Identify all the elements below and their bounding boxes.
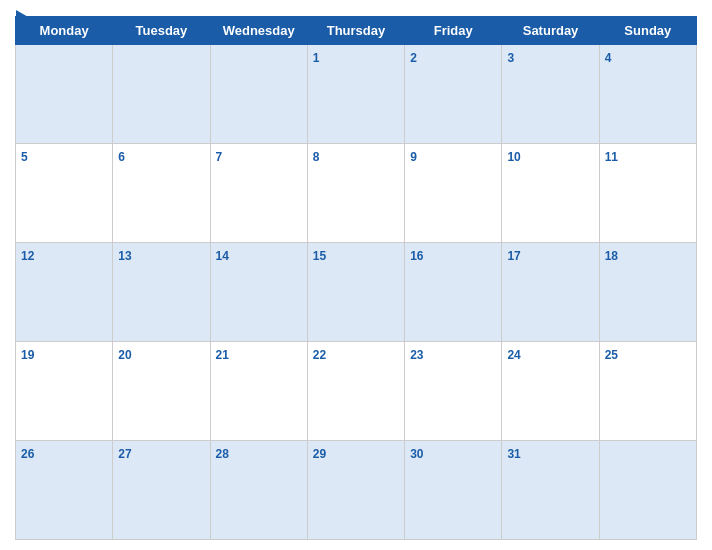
day-number: 14 [216,249,229,263]
day-number: 22 [313,348,326,362]
day-number: 16 [410,249,423,263]
calendar-cell: 29 [307,441,404,540]
day-number: 10 [507,150,520,164]
calendar-cell: 21 [210,342,307,441]
calendar-cell: 27 [113,441,210,540]
logo [15,10,30,26]
calendar-cell: 28 [210,441,307,540]
day-number: 11 [605,150,618,164]
calendar-cell [210,45,307,144]
calendar-week-3: 12131415161718 [16,243,697,342]
day-number: 19 [21,348,34,362]
calendar-cell: 19 [16,342,113,441]
calendar-cell: 22 [307,342,404,441]
calendar-cell: 17 [502,243,599,342]
weekday-friday: Friday [405,17,502,45]
day-number: 13 [118,249,131,263]
calendar-week-1: 1234 [16,45,697,144]
calendar-cell: 24 [502,342,599,441]
calendar-cell: 4 [599,45,696,144]
logo-icon [16,10,30,26]
calendar-week-5: 262728293031 [16,441,697,540]
weekday-tuesday: Tuesday [113,17,210,45]
day-number: 4 [605,51,612,65]
calendar-cell: 9 [405,144,502,243]
day-number: 21 [216,348,229,362]
day-number: 25 [605,348,618,362]
calendar-cell: 25 [599,342,696,441]
day-number: 2 [410,51,417,65]
day-number: 28 [216,447,229,461]
day-number: 24 [507,348,520,362]
calendar-cell: 10 [502,144,599,243]
day-number: 9 [410,150,417,164]
calendar-cell: 13 [113,243,210,342]
calendar-cell: 18 [599,243,696,342]
day-number: 15 [313,249,326,263]
weekday-sunday: Sunday [599,17,696,45]
calendar-cell: 15 [307,243,404,342]
day-number: 18 [605,249,618,263]
calendar-cell: 5 [16,144,113,243]
day-number: 1 [313,51,320,65]
calendar-cell: 7 [210,144,307,243]
calendar-cell: 6 [113,144,210,243]
calendar-cell: 16 [405,243,502,342]
day-number: 31 [507,447,520,461]
calendar-cell: 3 [502,45,599,144]
calendar-cell: 20 [113,342,210,441]
weekday-thursday: Thursday [307,17,404,45]
calendar-cell: 11 [599,144,696,243]
calendar-cell [599,441,696,540]
calendar-cell: 23 [405,342,502,441]
calendar-cell [16,45,113,144]
day-number: 12 [21,249,34,263]
calendar-cell [113,45,210,144]
day-number: 17 [507,249,520,263]
day-number: 29 [313,447,326,461]
day-number: 30 [410,447,423,461]
day-number: 26 [21,447,34,461]
calendar-cell: 2 [405,45,502,144]
day-number: 7 [216,150,223,164]
day-number: 27 [118,447,131,461]
calendar-cell: 30 [405,441,502,540]
calendar-week-4: 19202122232425 [16,342,697,441]
calendar-cell: 31 [502,441,599,540]
day-number: 20 [118,348,131,362]
day-number: 23 [410,348,423,362]
calendar-cell: 1 [307,45,404,144]
weekday-wednesday: Wednesday [210,17,307,45]
calendar-cell: 12 [16,243,113,342]
calendar-week-2: 567891011 [16,144,697,243]
weekday-monday: Monday [16,17,113,45]
calendar-cell: 8 [307,144,404,243]
weekday-saturday: Saturday [502,17,599,45]
weekday-header-row: MondayTuesdayWednesdayThursdayFridaySatu… [16,17,697,45]
day-number: 8 [313,150,320,164]
day-number: 6 [118,150,125,164]
day-number: 3 [507,51,514,65]
calendar-cell: 14 [210,243,307,342]
day-number: 5 [21,150,28,164]
svg-marker-0 [16,10,30,26]
calendar-cell: 26 [16,441,113,540]
calendar-table: MondayTuesdayWednesdayThursdayFridaySatu… [15,16,697,540]
